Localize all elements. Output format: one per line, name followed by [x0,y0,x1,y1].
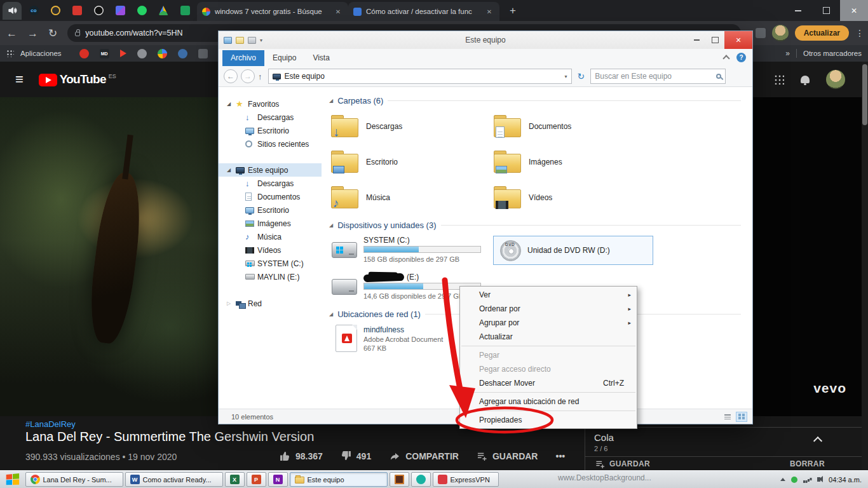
pinned-tab-studio[interactable] [46,2,65,20]
tab-vista[interactable]: Vista [304,50,337,66]
bookmark-favicon[interactable] [158,49,167,58]
nav-item-documentos[interactable]: Documentos [219,190,322,203]
group-header-dispositivos[interactable]: Dispositivos y unidades (3) [329,219,741,231]
nav-item-musica[interactable]: Música [219,230,322,243]
tray-status-icon[interactable] [791,477,797,483]
browser-tab-2[interactable]: Cómo activar / desactivar la func [348,2,499,21]
browser-profile-avatar[interactable] [772,25,789,41]
taskbar-button-app-1[interactable] [390,472,409,487]
nav-item-imagenes[interactable]: Imágenes [219,217,322,230]
volume-icon[interactable] [817,477,820,482]
dislike-button[interactable]: 491 [341,451,371,461]
nav-item-system-c[interactable]: SYSTEM (C:) [219,257,322,270]
pinned-tab-grid-app[interactable] [111,2,130,20]
menu-item-pegar[interactable]: Pegar [460,348,637,362]
menu-item-pegar-acceso-directo[interactable]: Pegar acceso directo [460,362,637,376]
pinned-tab-red-app[interactable] [67,2,86,20]
search-input[interactable] [595,72,716,81]
notifications-bell-icon[interactable] [801,76,810,83]
page-scrollbar[interactable] [862,62,868,470]
taskbar-button-excel[interactable]: X [225,472,245,487]
actualizar-button[interactable]: Actualizar [795,25,849,41]
youtube-avatar[interactable] [826,70,845,89]
collapse-group-icon[interactable] [329,311,333,317]
icons-view-button[interactable] [736,412,747,422]
nav-item-videos[interactable]: Vídeos [219,243,322,257]
bookmark-play-icon[interactable] [120,50,126,57]
pinned-tab-coursera[interactable]: co [24,2,43,20]
other-bookmarks[interactable]: Otros marcadores [803,50,862,57]
folder-tile-descargas[interactable]: Descargas [330,111,489,142]
nav-item-red[interactable]: Red [219,297,322,310]
taskbar-button-explorer[interactable]: Este equipo [290,472,388,487]
nav-item-escritorio[interactable]: Escritorio [219,124,322,137]
collapse-group-icon[interactable] [329,222,333,228]
start-button[interactable] [0,471,24,488]
forward-icon[interactable]: → [241,69,255,83]
drive-tile-dvd[interactable]: DVD Unidad de DVD RW (D:) [493,236,653,265]
collapse-group-icon[interactable] [329,98,333,104]
maximize-button[interactable] [812,0,840,21]
apps-label[interactable]: Aplicaciones [20,50,62,57]
tab-close-icon[interactable] [484,6,494,17]
folder-tile-musica[interactable]: Música [330,182,489,213]
hamburger-icon[interactable] [15,71,24,88]
menu-item-agrupar-por[interactable]: Agrupar por [460,316,637,330]
taskbar-button-powerpoint[interactable]: P [247,472,266,487]
minimize-button[interactable] [784,0,812,21]
explorer-titlebar[interactable]: Este equipo [219,31,752,49]
maximize-button[interactable] [706,31,724,49]
queue-save-button[interactable]: GUARDAR [595,459,650,468]
explorer-search[interactable] [590,69,726,84]
minimize-button[interactable] [688,31,706,49]
pinned-tab-whatsapp[interactable] [132,2,151,20]
queue-clear-button[interactable]: BORRAR [790,459,825,468]
vevo-watermark[interactable]: vevo [813,381,846,396]
drive-tile-system-c[interactable]: SYSTEM (C:) 158 GB disponibles de 297 GB [330,234,489,266]
nav-item-escritorio-2[interactable]: Escritorio [219,203,322,217]
tab-close-icon[interactable] [333,6,343,17]
help-icon[interactable] [736,53,746,62]
taskbar-button-expressvpn[interactable]: ExpressVPN [433,472,499,487]
back-icon[interactable]: ← [224,69,238,83]
breadcrumb[interactable]: Este equipo [268,69,572,84]
nav-item-favoritos[interactable]: Favoritos [219,97,322,111]
close-button[interactable] [840,0,868,21]
taskbar-clock[interactable]: 04:34 a.m. [826,476,862,484]
network-icon[interactable] [803,477,811,483]
nav-item-descargas[interactable]: Descargas [219,111,322,124]
collapse-ribbon-icon[interactable] [722,55,729,62]
expand-triangle-icon[interactable] [227,101,231,107]
like-button[interactable]: 98.367 [280,451,323,461]
up-icon[interactable] [258,72,262,81]
nav-item-maylin-e[interactable]: MAYLIN (E:) [219,270,322,283]
nav-item-sitios-recientes[interactable]: Sitios recientes [219,137,322,151]
bookmark-favicon[interactable] [198,49,208,58]
forward-icon[interactable] [27,28,38,39]
bookmark-favicon-md[interactable]: MD [100,49,109,58]
scrollbar-thumb[interactable] [862,64,867,125]
collapse-chevron-icon[interactable] [813,437,822,445]
menu-item-actualizar[interactable]: Actualizar [460,330,637,344]
tab-archivo[interactable]: Archivo [222,50,264,66]
bookmark-favicon[interactable] [178,49,187,58]
taskbar-button-app-2[interactable] [411,472,431,487]
taskbar-button-word[interactable]: W Como activar Ready... [125,472,223,487]
share-button[interactable]: COMPARTIR [389,451,459,461]
bookmarks-overflow-icon[interactable] [785,49,790,58]
apps-grid-icon[interactable] [6,50,14,57]
collapse-triangle-icon[interactable] [227,301,231,306]
new-tab-button[interactable] [505,3,521,19]
menu-item-deshacer-mover[interactable]: Deshacer MoverCtrl+Z [460,376,637,390]
details-view-button[interactable] [722,412,733,422]
folder-tile-videos[interactable]: Vídeos [493,182,652,213]
taskbar-button-chrome[interactable]: Lana Del Rey - Sum... [25,472,123,487]
breadcrumb-dropdown-icon[interactable] [564,74,567,79]
menu-item-ordenar-por[interactable]: Ordenar por [460,302,637,316]
expand-triangle-icon[interactable] [227,167,231,173]
menu-item-propiedades[interactable]: Propiedades [460,413,637,427]
pinned-tab-sheets[interactable] [175,2,194,20]
menu-item-agregar-ubicacion-red[interactable]: Agregar una ubicación de red [460,395,637,409]
pinned-tab-music[interactable] [89,2,108,20]
back-icon[interactable] [6,28,17,39]
